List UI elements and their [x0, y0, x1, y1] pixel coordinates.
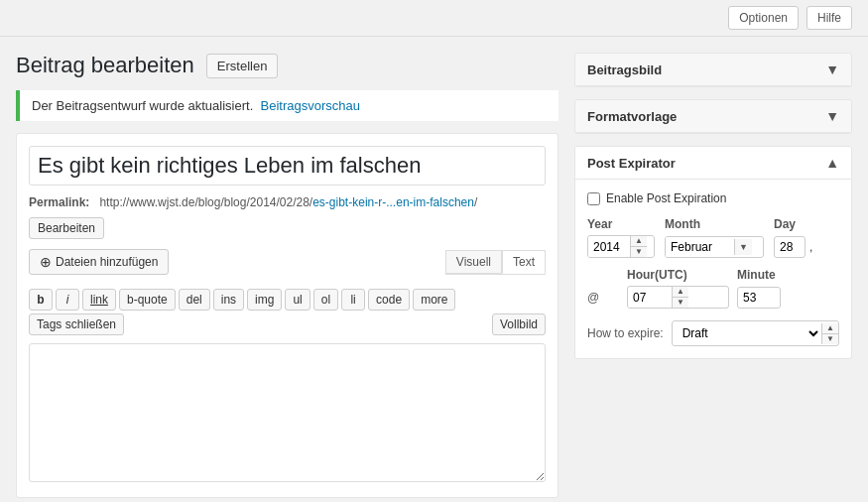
- toolbar-code[interactable]: code: [368, 289, 410, 311]
- at-label: @: [587, 291, 619, 305]
- toolbar-ins[interactable]: ins: [213, 289, 244, 311]
- hour-down-button[interactable]: ▼: [673, 298, 688, 308]
- formatvorlage-title: Formatvorlage: [587, 109, 677, 124]
- add-media-icon: ⊕: [40, 254, 52, 270]
- page-title: Beitrag bearbeiten: [16, 53, 194, 78]
- toolbar-fullscreen[interactable]: Vollbild: [492, 314, 546, 335]
- formatvorlage-toggle-icon: ▼: [825, 108, 839, 124]
- expire-down-button[interactable]: ▼: [822, 334, 838, 344]
- top-bar: Optionen Hilfe: [0, 0, 868, 37]
- how-to-expire-label: How to expire:: [587, 326, 664, 340]
- date-comma: ,: [809, 240, 812, 254]
- notice-text: Der Beitragsentwurf wurde aktualisiert.: [32, 98, 253, 113]
- permalink-suffix: /: [474, 195, 477, 209]
- year-down-button[interactable]: ▼: [631, 247, 647, 257]
- create-button[interactable]: Erstellen: [206, 54, 279, 78]
- permalink-row: Permalink: http://www.wjst.de/blog/blog/…: [29, 195, 546, 209]
- toolbar-bold[interactable]: b: [29, 289, 53, 311]
- toolbar-italic[interactable]: i: [56, 289, 79, 311]
- beitragsbild-toggle-icon: ▼: [825, 62, 839, 77]
- editor-toolbar: b i link b-quote del ins img ul ol li co…: [29, 289, 546, 335]
- hour-input[interactable]: [628, 288, 672, 308]
- toolbar-close-tags[interactable]: Tags schließen: [29, 314, 124, 335]
- toolbar-del[interactable]: del: [179, 289, 210, 311]
- year-input[interactable]: [588, 237, 630, 257]
- day-label: Day: [774, 217, 825, 231]
- how-to-expire-row: How to expire: Draft Delete Private Stic…: [587, 320, 839, 346]
- year-label: Year: [587, 217, 655, 231]
- toolbar-li[interactable]: li: [341, 289, 365, 311]
- edit-permalink-button[interactable]: Bearbeiten: [29, 217, 104, 239]
- toolbar-img[interactable]: img: [247, 289, 282, 311]
- minute-label: Minute: [737, 268, 839, 282]
- tab-visual[interactable]: Visuell: [445, 250, 502, 274]
- toolbar-ul[interactable]: ul: [285, 289, 310, 311]
- page-header: Beitrag bearbeiten Erstellen: [16, 53, 558, 78]
- formatvorlage-header[interactable]: Formatvorlage ▼: [575, 100, 851, 133]
- toolbar-bquote[interactable]: b-quote: [119, 289, 176, 311]
- post-expirator-title: Post Expirator: [587, 156, 676, 171]
- main-content: Beitrag bearbeiten Erstellen Der Beitrag…: [0, 37, 868, 502]
- help-button[interactable]: Hilfe: [806, 6, 852, 30]
- hour-input-wrap: ▲ ▼: [627, 286, 729, 309]
- toolbar-more[interactable]: more: [413, 289, 455, 311]
- editor-box: Permalink: http://www.wjst.de/blog/blog/…: [16, 133, 558, 498]
- editor-tabs: Visuell Text: [445, 250, 546, 275]
- post-expirator-widget: Post Expirator ▲ Enable Post Expiration …: [574, 146, 852, 359]
- toolbar-ol[interactable]: ol: [313, 289, 338, 311]
- preview-link[interactable]: Beitragsvorschau: [261, 98, 360, 113]
- month-select[interactable]: Januar Februar März April Mai Juni Juli …: [666, 237, 734, 257]
- post-expirator-toggle-icon: ▲: [825, 155, 839, 171]
- post-expirator-body: Enable Post Expiration Year Month Day ▲: [575, 180, 851, 358]
- toolbar-link[interactable]: link: [82, 289, 116, 311]
- editor-textarea[interactable]: [29, 343, 546, 482]
- month-label: Month: [665, 217, 764, 231]
- minute-input[interactable]: [737, 287, 781, 309]
- enable-expiration-checkbox[interactable]: [587, 192, 600, 205]
- month-input-wrap: Januar Februar März April Mai Juni Juli …: [665, 236, 764, 258]
- left-panel: Beitrag bearbeiten Erstellen Der Beitrag…: [16, 53, 558, 498]
- hour-up-button[interactable]: ▲: [673, 287, 688, 298]
- add-media-button[interactable]: ⊕ Dateien hinzufügen: [29, 249, 169, 275]
- permalink-slug[interactable]: es-gibt-kein-r-...en-im-falschen: [312, 195, 474, 209]
- update-notice: Der Beitragsentwurf wurde aktualisiert. …: [16, 90, 558, 121]
- post-title-input[interactable]: [29, 146, 546, 186]
- year-up-button[interactable]: ▲: [631, 236, 647, 247]
- add-media-label: Dateien hinzufügen: [56, 255, 158, 269]
- options-button[interactable]: Optionen: [728, 6, 799, 30]
- enable-expiration-row: Enable Post Expiration: [587, 191, 839, 205]
- beitragsbild-header[interactable]: Beitragsbild ▼: [575, 54, 851, 86]
- beitragsbild-widget: Beitragsbild ▼: [574, 53, 852, 87]
- post-expirator-header[interactable]: Post Expirator ▲: [575, 147, 851, 180]
- enable-expiration-label: Enable Post Expiration: [606, 191, 726, 205]
- right-panel: Beitragsbild ▼ Formatvorlage ▼ Post Expi…: [574, 53, 852, 498]
- year-input-wrap: ▲ ▼: [587, 235, 655, 258]
- day-input[interactable]: [774, 236, 806, 258]
- hour-label: Hour(UTC): [627, 268, 729, 282]
- year-spinner: ▲ ▼: [630, 236, 647, 257]
- expire-spinner: ▲ ▼: [821, 323, 838, 344]
- formatvorlage-widget: Formatvorlage ▼: [574, 99, 852, 134]
- permalink-prefix: http://www.wjst.de/blog/blog/2014/02/28/: [99, 195, 312, 209]
- tab-text[interactable]: Text: [502, 250, 546, 274]
- permalink-label: Permalink:: [29, 195, 89, 209]
- beitragsbild-title: Beitragsbild: [587, 63, 662, 77]
- month-dropdown-icon: ▼: [734, 239, 752, 255]
- expire-select[interactable]: Draft Delete Private Stick Unstick: [673, 321, 821, 345]
- hour-spinner: ▲ ▼: [672, 287, 688, 308]
- expire-up-button[interactable]: ▲: [822, 323, 838, 334]
- expire-select-wrap: Draft Delete Private Stick Unstick ▲ ▼: [672, 320, 839, 346]
